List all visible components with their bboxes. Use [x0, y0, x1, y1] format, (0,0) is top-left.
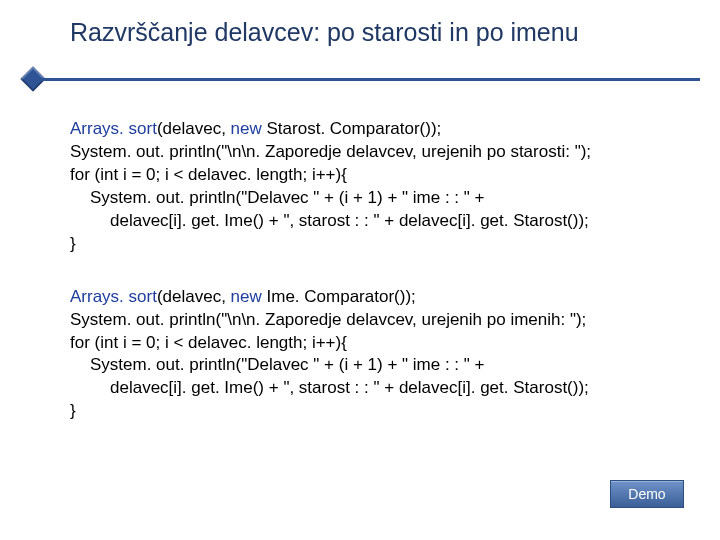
slide-body: Arrays. sort(delavec, new Starost. Compa…	[70, 118, 660, 453]
code-text: delavec[i]. get. Ime() + ", starost : : …	[70, 377, 660, 400]
code-block-starost: Arrays. sort(delavec, new Starost. Compa…	[70, 118, 660, 256]
code-text: for (int i = 0; i < delavec. length; i++…	[70, 332, 660, 355]
code-text: Arrays. sort	[70, 119, 157, 138]
code-text: Ime. Comparator());	[267, 287, 416, 306]
code-text: }	[70, 233, 660, 256]
code-text: }	[70, 400, 660, 423]
demo-button[interactable]: Demo	[610, 480, 684, 508]
code-text: System. out. println("Delavec " + (i + 1…	[70, 354, 660, 377]
slide: Razvrščanje delavcev: po starosti in po …	[0, 0, 720, 540]
code-text: new	[231, 287, 267, 306]
code-text: (delavec,	[157, 287, 231, 306]
code-text: System. out. println("\n\n. Zaporedje de…	[70, 309, 660, 332]
code-text: delavec[i]. get. Ime() + ", starost : : …	[70, 210, 660, 233]
slide-title: Razvrščanje delavcev: po starosti in po …	[70, 18, 680, 47]
code-block-ime: Arrays. sort(delavec, new Ime. Comparato…	[70, 286, 660, 424]
code-text: Starost. Comparator());	[267, 119, 442, 138]
horizontal-rule	[38, 78, 700, 81]
code-text: new	[231, 119, 267, 138]
code-text: (delavec,	[157, 119, 231, 138]
code-text: Arrays. sort	[70, 287, 157, 306]
code-text: System. out. println("Delavec " + (i + 1…	[70, 187, 660, 210]
code-text: for (int i = 0; i < delavec. length; i++…	[70, 164, 660, 187]
code-text: System. out. println("\n\n. Zaporedje de…	[70, 141, 660, 164]
title-rule	[0, 64, 720, 92]
